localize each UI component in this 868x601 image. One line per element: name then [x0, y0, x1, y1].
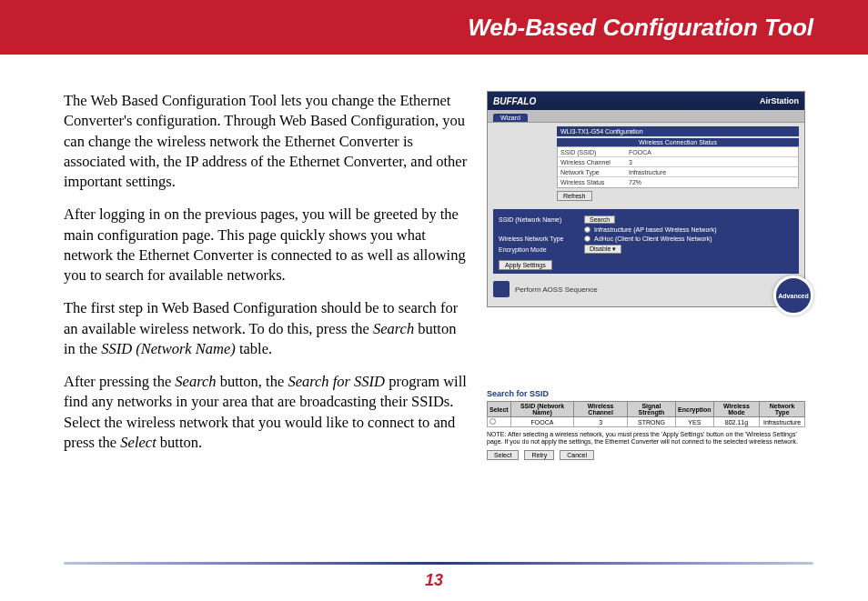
- th-signal: Signal Strength: [627, 402, 675, 417]
- config-title: WLI3-TX1-G54 Configuration: [557, 126, 799, 136]
- screenshot-header: BUFFALO AirStation: [488, 92, 804, 110]
- row-value: FOOCA: [626, 149, 798, 155]
- row-value: 3: [626, 159, 798, 165]
- encryption-label: Encryption Mode: [499, 246, 580, 253]
- paragraph-1: The Web Based Configuration Tool lets yo…: [64, 91, 469, 192]
- text-column: The Web Based Configuration Tool lets yo…: [64, 91, 469, 466]
- p4-select-italic: Select: [120, 434, 156, 451]
- search-button[interactable]: Search: [584, 215, 615, 224]
- th-nettype: Network Type: [760, 402, 805, 417]
- tab-wizard[interactable]: Wizard: [493, 114, 528, 122]
- row-nettype: Infrastructure: [760, 417, 805, 427]
- paragraph-4: After pressing the Search button, the Se…: [64, 372, 469, 453]
- image-column: BUFFALO AirStation Wizard WLI3-TX1-G54 C…: [487, 91, 832, 466]
- opt-adhoc: AdHoc (Client to Client Wireless Network…: [594, 235, 712, 242]
- aoss-row: Perform AOSS Sequence: [493, 281, 799, 297]
- th-enc: Encryption: [676, 402, 714, 417]
- encryption-select[interactable]: Disable ▾: [584, 245, 621, 254]
- row-label: Wireless Status: [558, 179, 626, 185]
- select-button[interactable]: Select: [487, 450, 519, 460]
- row-value: Infrastructure: [626, 169, 798, 175]
- table-row[interactable]: FOOCA 3 STRONG YES 802.11g Infrastructur…: [488, 417, 805, 427]
- config-screenshot: BUFFALO AirStation Wizard WLI3-TX1-G54 C…: [487, 91, 805, 307]
- p3-ssid-italic: SSID (Network Name): [101, 340, 236, 357]
- row-label: SSID (SSID): [558, 149, 626, 155]
- paragraph-2: After logging in on the previous pages, …: [64, 205, 469, 285]
- aoss-label: Perform AOSS Sequence: [515, 285, 598, 294]
- retry-button[interactable]: Retry: [524, 450, 554, 460]
- screenshot-body: WLI3-TX1-G54 Configuration Wireless Conn…: [488, 123, 804, 306]
- th-channel: Wireless Channel: [574, 402, 627, 417]
- row-enc: YES: [676, 417, 714, 427]
- product-name: AirStation: [760, 96, 799, 105]
- status-table: SSID (SSID)FOOCA Wireless Channel3 Netwo…: [557, 146, 799, 188]
- table-row: Network TypeInfrastructure: [558, 167, 798, 177]
- p4-b: button, the: [217, 373, 288, 390]
- network-type-label: Wireless Network Type: [499, 235, 580, 242]
- advanced-badge[interactable]: Advanced: [773, 275, 813, 316]
- status-header: Wireless Connection Status: [557, 138, 799, 146]
- row-value: 72%: [626, 179, 798, 185]
- th-select: Select: [488, 402, 511, 417]
- row-signal: STRONG: [627, 417, 675, 427]
- row-select-radio[interactable]: [488, 417, 511, 427]
- th-ssid: SSID (Network Name): [510, 402, 574, 417]
- table-row: SSID (SSID)FOOCA: [558, 147, 798, 157]
- row-label: Wireless Channel: [558, 159, 626, 165]
- p4-sfs-italic: Search for SSID: [288, 373, 385, 390]
- opt-infrastructure: Infrastructure (AP based Wireless Networ…: [594, 226, 716, 233]
- th-mode: Wireless Mode: [713, 402, 760, 417]
- p3-c: table.: [236, 340, 272, 357]
- apply-button[interactable]: Apply Settings: [499, 260, 552, 270]
- ssid-label: SSID (Network Name): [499, 216, 580, 223]
- row-ssid: FOOCA: [510, 417, 574, 427]
- radio-adhoc[interactable]: [584, 235, 590, 242]
- search-buttons: Select Retry Cancel: [487, 450, 805, 460]
- row-channel: 3: [574, 417, 627, 427]
- p3-search-italic: Search: [373, 320, 414, 337]
- search-title: Search for SSID: [487, 389, 805, 398]
- row-label: Network Type: [558, 169, 626, 175]
- p4-d: button.: [156, 434, 202, 451]
- tab-bar: Wizard: [488, 110, 804, 123]
- content: The Web Based Configuration Tool lets yo…: [0, 55, 868, 466]
- p4-search-italic: Search: [175, 373, 216, 390]
- paragraph-3: The first step in Web Based Configuratio…: [64, 298, 469, 359]
- table-row: Wireless Channel3: [558, 157, 798, 167]
- search-note: NOTE: After selecting a wireless network…: [487, 431, 805, 446]
- brand-logo: BUFFALO: [493, 96, 536, 106]
- header-bar: Web-Based Configuration Tool: [0, 0, 868, 55]
- search-table: Select SSID (Network Name) Wireless Chan…: [487, 401, 805, 427]
- table-header-row: Select SSID (Network Name) Wireless Chan…: [488, 402, 805, 417]
- page-title: Web-Based Configuration Tool: [468, 14, 813, 42]
- cancel-button[interactable]: Cancel: [560, 450, 594, 460]
- radio-infra[interactable]: [584, 226, 590, 233]
- footer-rule: [64, 562, 813, 565]
- row-mode: 802.11g: [713, 417, 760, 427]
- p4-a: After pressing the: [64, 373, 175, 390]
- aoss-icon[interactable]: [493, 281, 510, 297]
- search-screenshot: Search for SSID Select SSID (Network Nam…: [487, 389, 805, 460]
- table-row: Wireless Status72%: [558, 177, 798, 187]
- page-number: 13: [0, 571, 868, 590]
- settings-panel: SSID (Network Name) Search Infrastructur…: [493, 209, 799, 274]
- refresh-button[interactable]: Refresh: [557, 191, 592, 201]
